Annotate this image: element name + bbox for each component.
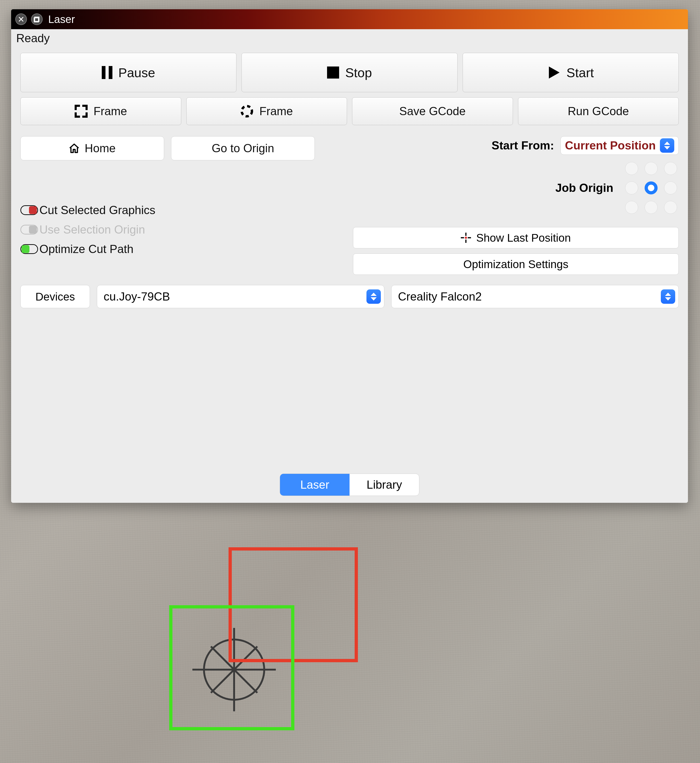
devices-label: Devices (36, 290, 75, 303)
tab-library[interactable]: Library (350, 474, 419, 496)
frame-circle-button[interactable]: Frame (186, 97, 347, 125)
maximize-icon[interactable] (31, 13, 43, 25)
run-gcode-button[interactable]: Run GCode (518, 97, 679, 125)
save-gcode-label: Save GCode (399, 105, 466, 118)
job-origin-radio[interactable] (664, 201, 677, 214)
port-value: cu.Joy-79CB (104, 290, 170, 303)
right-column: Start From: Current Position Job Origin (353, 132, 679, 275)
job-origin-radio[interactable] (625, 181, 638, 194)
job-origin-radio[interactable] (664, 181, 677, 194)
save-gcode-button[interactable]: Save GCode (352, 97, 513, 125)
home-label: Home (84, 142, 116, 155)
frame-circle-label: Frame (259, 105, 293, 118)
frame-rect-button[interactable]: Frame (20, 97, 181, 125)
start-from-select[interactable]: Current Position (561, 136, 679, 155)
svg-rect-3 (109, 66, 112, 79)
svg-line-21 (211, 646, 257, 693)
tab-laser-label: Laser (300, 478, 329, 492)
tab-library-label: Library (367, 478, 402, 492)
left-column: Home Go to Origin Cut Selected Graphics … (20, 132, 346, 275)
cut-selected-label: Cut Selected Graphics (39, 203, 155, 217)
frame-circle-icon (241, 105, 253, 118)
close-icon[interactable] (15, 13, 27, 25)
pause-icon (102, 66, 112, 79)
pause-label: Pause (119, 65, 155, 80)
goto-origin-button[interactable]: Go to Origin (171, 136, 315, 160)
optimization-settings-label: Optimization Settings (463, 258, 569, 271)
job-origin-label: Job Origin (555, 181, 613, 195)
use-selection-origin-label: Use Selection Origin (39, 223, 145, 236)
crosshair-icon (461, 232, 471, 243)
toggle-icon (20, 244, 38, 254)
cut-selected-toggle[interactable]: Cut Selected Graphics (20, 203, 346, 217)
job-origin-radio[interactable] (625, 201, 638, 214)
optimize-cut-path-toggle[interactable]: Optimize Cut Path (20, 242, 346, 256)
svg-marker-14 (370, 293, 377, 296)
svg-point-13 (465, 237, 467, 239)
toggle-icon (20, 225, 38, 234)
svg-point-6 (242, 106, 252, 116)
svg-rect-4 (327, 67, 339, 78)
job-origin-radio[interactable] (645, 162, 658, 175)
machine-select[interactable]: Creality Falcon2 (391, 285, 679, 308)
green-square-overlay (169, 605, 294, 730)
svg-marker-17 (665, 297, 671, 301)
start-label: Start (567, 65, 594, 80)
secondary-button-row: Frame Frame Save GCode Run GCode (20, 97, 679, 125)
pause-button[interactable]: Pause (20, 53, 236, 92)
svg-line-22 (211, 646, 257, 693)
devices-row: Devices cu.Joy-79CB Creality Falcon2 (20, 285, 679, 308)
svg-marker-15 (370, 297, 377, 301)
chevron-updown-icon (366, 289, 381, 304)
run-gcode-label: Run GCode (568, 105, 629, 118)
home-button[interactable]: Home (20, 136, 164, 160)
tab-laser[interactable]: Laser (280, 474, 350, 496)
devices-button[interactable]: Devices (20, 285, 90, 308)
svg-marker-7 (664, 142, 670, 145)
stop-button[interactable]: Stop (242, 53, 458, 92)
goto-origin-label: Go to Origin (212, 142, 274, 155)
frame-rect-label: Frame (94, 105, 127, 118)
job-origin-radio[interactable] (664, 162, 677, 175)
job-origin-radio[interactable] (645, 201, 658, 214)
bottom-tabs: Laser Library (280, 474, 419, 496)
optimize-cut-path-label: Optimize Cut Path (39, 242, 133, 256)
job-origin-grid (623, 160, 679, 215)
svg-rect-2 (102, 66, 105, 79)
optimization-settings-button[interactable]: Optimization Settings (353, 253, 679, 275)
window-title: Laser (48, 13, 75, 25)
home-icon (69, 143, 80, 154)
frame-rect-icon (75, 105, 88, 118)
svg-marker-16 (665, 293, 671, 296)
use-selection-origin-toggle[interactable]: Use Selection Origin (20, 223, 346, 236)
stop-label: Stop (345, 65, 372, 80)
svg-point-18 (204, 640, 264, 700)
status-text: Ready (11, 29, 688, 45)
svg-marker-8 (664, 146, 670, 150)
toggle-icon (20, 205, 38, 215)
stop-icon (327, 67, 339, 78)
chevron-updown-icon (661, 289, 675, 304)
chevron-updown-icon (660, 138, 674, 153)
play-icon (547, 66, 561, 79)
machine-value: Creality Falcon2 (398, 290, 482, 303)
show-last-position-button[interactable]: Show Last Position (353, 227, 679, 248)
job-origin-radio[interactable] (625, 162, 638, 175)
svg-marker-5 (549, 67, 559, 78)
panel: Pause Stop Start Frame (11, 45, 688, 308)
start-from-value: Current Position (565, 139, 656, 152)
titlebar: Laser (11, 9, 688, 29)
start-from-label: Start From: (492, 139, 554, 152)
target-mark-icon (190, 626, 278, 714)
laser-window: Laser Ready Pause Stop Start (11, 9, 688, 503)
main-button-row: Pause Stop Start (20, 53, 679, 92)
red-square-overlay (228, 547, 358, 662)
show-last-position-label: Show Last Position (476, 231, 571, 244)
port-select[interactable]: cu.Joy-79CB (97, 285, 384, 308)
start-button[interactable]: Start (462, 53, 679, 92)
job-origin-radio[interactable] (645, 181, 658, 194)
